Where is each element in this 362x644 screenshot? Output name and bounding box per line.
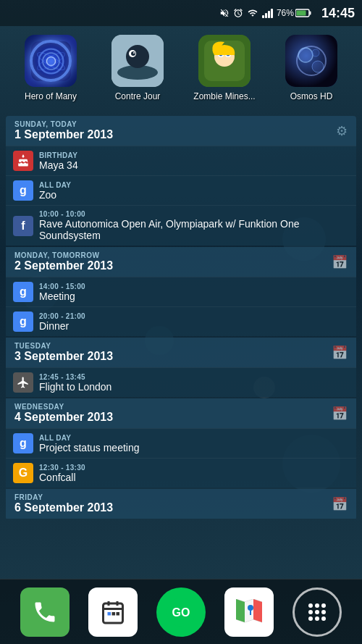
google-icon-zoo: g: [13, 180, 33, 201]
svg-rect-1: [309, 12, 311, 15]
svg-point-27: [312, 61, 324, 72]
confcall-icon: G: [13, 463, 33, 483]
svg-rect-3: [31, 41, 71, 81]
day-date-tuesday: 3 September 2013: [14, 350, 113, 363]
event-content-meeting: 14:00 - 15:00 Meeting: [39, 283, 349, 302]
event-content-rave: 10:00 - 10:00 Rave Autonomica Open Air, …: [39, 210, 349, 241]
event-title-project: Project status meeting: [39, 442, 349, 453]
event-title-rave: Rave Autonomica Open Air, Olympiapark w/…: [39, 218, 349, 241]
svg-point-46: [308, 610, 313, 614]
google-icon-project: g: [13, 433, 33, 453]
svg-point-13: [131, 51, 135, 56]
svg-point-47: [315, 610, 319, 614]
settings-icon[interactable]: ⚙: [336, 123, 348, 139]
calendar-icon-monday[interactable]: 📅: [332, 254, 348, 270]
svg-point-11: [126, 45, 149, 68]
calendar-icon-wednesday[interactable]: 📅: [332, 406, 348, 422]
day-date-monday: 2 September 2013: [14, 259, 113, 272]
birthday-icon: [13, 151, 33, 171]
day-date-sunday: 1 September 2013: [14, 128, 113, 141]
day-header-sunday: SUNDAY, TODAY 1 September 2013 ⚙: [6, 116, 356, 146]
event-content-project: ALL DAY Project status meeting: [39, 434, 349, 453]
day-date-wednesday: 4 September 2013: [14, 411, 113, 424]
event-content-dinner: 20:00 - 21:00 Dinner: [39, 312, 349, 332]
facebook-icon-rave: f: [13, 216, 33, 236]
event-title-confcall: Confcall: [39, 472, 349, 483]
day-section-monday: MONDAY, TOMORROW 2 September 2013 📅 g 14…: [6, 247, 356, 336]
svg-rect-35: [117, 612, 120, 616]
event-time-flight: 12:45 - 13:45: [39, 373, 349, 381]
event-rave[interactable]: f 10:00 - 10:00 Rave Autonomica Open Air…: [6, 205, 356, 246]
dock-maps-button[interactable]: [224, 587, 274, 637]
app-label-osmos-hd: Osmos HD: [290, 91, 333, 101]
dock-messenger-button[interactable]: GO: [156, 587, 206, 637]
app-label-contre-jour: Contre Jour: [115, 91, 161, 101]
event-zoo[interactable]: g ALL DAY Zoo: [6, 175, 356, 205]
svg-point-14: [133, 52, 135, 54]
app-icon-contre-jour: [111, 35, 164, 87]
svg-point-6: [46, 57, 55, 65]
event-meeting[interactable]: g 14:00 - 15:00 Meeting: [6, 277, 356, 306]
event-content-flight: 12:45 - 13:45 Flight to London: [39, 373, 349, 393]
svg-marker-39: [236, 599, 245, 622]
day-header-wednesday: WEDNESDAY 4 September 2013 📅: [6, 398, 356, 428]
app-osmos-hd[interactable]: Osmos HD: [275, 35, 348, 101]
day-header-monday: MONDAY, TOMORROW 2 September 2013 📅: [6, 247, 356, 277]
svg-point-45: [321, 603, 326, 608]
bottom-dock: GO: [0, 579, 362, 644]
app-label-zombie-mines: Zombie Mines...: [193, 91, 255, 101]
app-contre-jour[interactable]: Contre Jour: [101, 35, 174, 101]
svg-point-5: [43, 53, 59, 70]
day-header-text-sunday: SUNDAY, TODAY 1 September 2013: [14, 120, 113, 141]
google-icon-dinner: g: [13, 311, 33, 332]
svg-point-49: [308, 616, 313, 621]
event-title-birthday: Maya 34: [39, 159, 349, 171]
day-header-text-wednesday: WEDNESDAY 4 September 2013: [14, 403, 113, 424]
event-time-zoo: ALL DAY: [39, 181, 349, 189]
svg-point-48: [321, 610, 326, 614]
app-zombie-mines[interactable]: Zombie Mines...: [188, 35, 261, 101]
signal-icon: [262, 8, 273, 18]
svg-text:GO: GO: [172, 606, 190, 619]
svg-rect-33: [108, 612, 111, 616]
svg-rect-34: [112, 612, 116, 616]
event-time-project: ALL DAY: [39, 434, 349, 442]
day-section-tuesday: TUESDAY 3 September 2013 📅 12:45 - 13:45…: [6, 338, 356, 397]
event-flight[interactable]: 12:45 - 13:45 Flight to London: [6, 367, 356, 397]
event-title-flight: Flight to London: [39, 381, 349, 393]
event-project[interactable]: g ALL DAY Project status meeting: [6, 428, 356, 458]
day-name-wednesday: WEDNESDAY: [14, 403, 113, 411]
event-time-birthday: BIRTHDAY: [39, 151, 349, 159]
app-icon-hero-of-many: [25, 35, 77, 87]
day-name-tuesday: TUESDAY: [14, 342, 113, 350]
day-header-text-monday: MONDAY, TOMORROW 2 September 2013: [14, 251, 113, 272]
svg-point-51: [321, 616, 326, 621]
mute-icon: [219, 8, 230, 18]
dock-calendar-button[interactable]: [88, 587, 138, 637]
app-hero-of-many[interactable]: Hero of Many: [14, 35, 87, 101]
svg-marker-40: [245, 599, 253, 622]
day-header-tuesday: TUESDAY 3 September 2013 📅: [6, 338, 356, 367]
wifi-icon: [247, 8, 258, 18]
calendar-icon-tuesday[interactable]: 📅: [332, 345, 348, 361]
event-confcall[interactable]: G 12:30 - 13:30 Confcall: [6, 458, 356, 488]
calendar-icon-friday[interactable]: 📅: [332, 496, 348, 512]
svg-point-50: [315, 616, 319, 621]
svg-point-4: [38, 49, 63, 73]
dock-phone-button[interactable]: [20, 587, 70, 637]
svg-point-43: [308, 603, 313, 608]
event-time-rave: 10:00 - 10:00: [39, 210, 349, 218]
event-dinner[interactable]: g 20:00 - 21:00 Dinner: [6, 306, 356, 336]
svg-rect-24: [285, 35, 337, 87]
event-content-zoo: ALL DAY Zoo: [39, 181, 349, 201]
day-header-friday: FRIDAY 6 September 2013 📅: [6, 489, 356, 519]
event-birthday[interactable]: BIRTHDAY Maya 34: [6, 146, 356, 175]
alarm-icon: [233, 8, 243, 18]
app-label-hero-of-many: Hero of Many: [25, 91, 77, 101]
battery-icon: 76%: [277, 8, 311, 18]
dock-all-apps-button[interactable]: [292, 587, 342, 637]
day-section-friday: FRIDAY 6 September 2013 📅: [6, 489, 356, 519]
svg-rect-2: [296, 11, 306, 16]
apps-row: Hero of Many Contre Jour: [0, 26, 362, 109]
status-bar: 76% 14:45: [0, 0, 362, 26]
